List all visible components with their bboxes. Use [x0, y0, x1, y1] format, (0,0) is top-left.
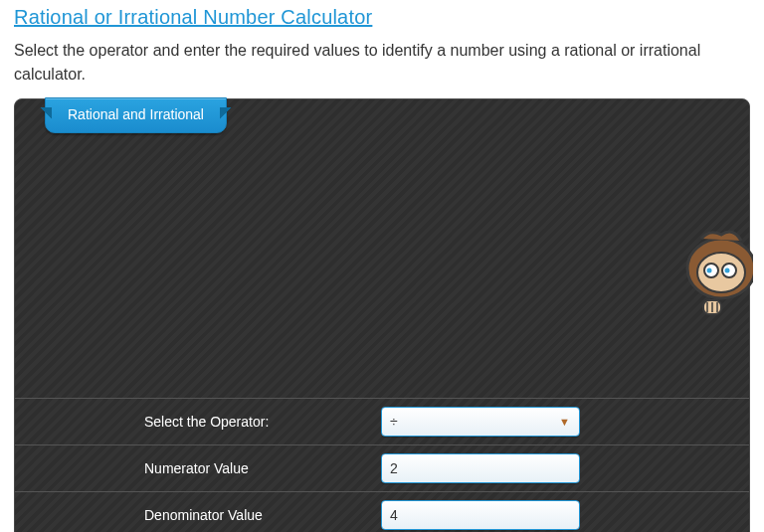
- input-numerator[interactable]: [381, 453, 580, 483]
- label-operator: Select the Operator:: [15, 414, 363, 430]
- row-numerator: Numerator Value: [15, 445, 749, 492]
- page-description: Select the operator and enter the requir…: [14, 39, 750, 87]
- form-area: Select the Operator: ÷ ▼ Numerator Value: [15, 398, 749, 532]
- input-denominator[interactable]: [381, 500, 580, 530]
- select-operator[interactable]: ÷: [381, 407, 580, 437]
- ad-placeholder: [15, 99, 749, 398]
- label-numerator: Numerator Value: [15, 460, 363, 476]
- tab-rational-irrational[interactable]: Rational and Irrational: [45, 97, 227, 133]
- row-operator: Select the Operator: ÷ ▼: [15, 399, 749, 445]
- tab-label: Rational and Irrational: [68, 106, 204, 122]
- calculator-panel: Rational and Irrational Select the Opera…: [14, 98, 750, 532]
- page-title-link[interactable]: Rational or Irrational Number Calculator: [14, 6, 372, 28]
- row-denominator: Denominator Value: [15, 492, 749, 532]
- label-denominator: Denominator Value: [15, 507, 363, 523]
